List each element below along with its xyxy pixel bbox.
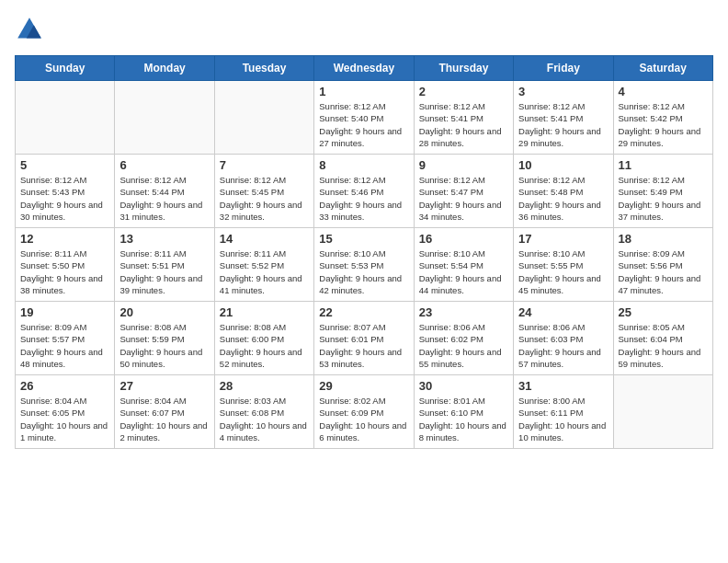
cell-info: Sunrise: 8:09 AM Sunset: 5:56 PM Dayligh… (619, 247, 708, 296)
day-cell-31: 31Sunrise: 8:00 AM Sunset: 6:11 PM Dayli… (514, 375, 613, 449)
cell-info: Sunrise: 8:11 AM Sunset: 5:51 PM Dayligh… (119, 247, 209, 296)
day-cell-6: 6Sunrise: 8:12 AM Sunset: 5:44 PM Daylig… (115, 155, 214, 228)
cell-info: Sunrise: 8:00 AM Sunset: 6:11 PM Dayligh… (518, 395, 608, 443)
cell-info: Sunrise: 8:12 AM Sunset: 5:45 PM Dayligh… (220, 174, 309, 223)
cell-info: Sunrise: 8:08 AM Sunset: 6:00 PM Dayligh… (220, 321, 309, 370)
day-cell-16: 16Sunrise: 8:10 AM Sunset: 5:54 PM Dayli… (414, 228, 513, 302)
day-cell-3: 3Sunrise: 8:12 AM Sunset: 5:41 PM Daylig… (514, 81, 613, 155)
day-number: 19 (20, 305, 109, 319)
day-number: 16 (419, 232, 508, 246)
week-row-1: 1Sunrise: 8:12 AM Sunset: 5:40 PM Daylig… (16, 81, 713, 155)
logo (15, 15, 48, 44)
logo-icon (15, 15, 44, 44)
cell-info: Sunrise: 8:03 AM Sunset: 6:08 PM Dayligh… (220, 395, 309, 443)
day-number: 7 (220, 158, 309, 172)
day-cell-9: 9Sunrise: 8:12 AM Sunset: 5:47 PM Daylig… (414, 155, 513, 228)
week-row-2: 5Sunrise: 8:12 AM Sunset: 5:43 PM Daylig… (16, 155, 713, 228)
day-cell-28: 28Sunrise: 8:03 AM Sunset: 6:08 PM Dayli… (214, 375, 313, 449)
day-header-tuesday: Tuesday (214, 56, 313, 81)
cell-info: Sunrise: 8:07 AM Sunset: 6:01 PM Dayligh… (319, 321, 408, 370)
day-number: 15 (319, 232, 408, 246)
day-cell-25: 25Sunrise: 8:05 AM Sunset: 6:04 PM Dayli… (613, 302, 712, 375)
cell-info: Sunrise: 8:12 AM Sunset: 5:44 PM Dayligh… (119, 174, 209, 223)
cell-info: Sunrise: 8:12 AM Sunset: 5:46 PM Dayligh… (319, 174, 408, 223)
cell-info: Sunrise: 8:04 AM Sunset: 6:07 PM Dayligh… (119, 395, 209, 443)
day-number: 6 (119, 158, 209, 172)
day-cell-10: 10Sunrise: 8:12 AM Sunset: 5:48 PM Dayli… (514, 155, 613, 228)
empty-cell (214, 81, 313, 155)
day-number: 14 (220, 232, 309, 246)
day-number: 22 (319, 305, 408, 319)
cell-info: Sunrise: 8:10 AM Sunset: 5:55 PM Dayligh… (518, 247, 608, 296)
cell-info: Sunrise: 8:12 AM Sunset: 5:42 PM Dayligh… (619, 100, 708, 149)
cell-info: Sunrise: 8:12 AM Sunset: 5:48 PM Dayligh… (518, 174, 608, 223)
day-number: 1 (319, 85, 408, 98)
cell-info: Sunrise: 8:11 AM Sunset: 5:50 PM Dayligh… (20, 247, 109, 296)
day-number: 25 (619, 305, 708, 319)
day-cell-22: 22Sunrise: 8:07 AM Sunset: 6:01 PM Dayli… (314, 302, 414, 375)
day-number: 2 (419, 85, 508, 98)
day-cell-14: 14Sunrise: 8:11 AM Sunset: 5:52 PM Dayli… (214, 228, 313, 302)
cell-info: Sunrise: 8:12 AM Sunset: 5:40 PM Dayligh… (319, 100, 408, 149)
cell-info: Sunrise: 8:08 AM Sunset: 5:59 PM Dayligh… (119, 321, 209, 370)
day-number: 28 (220, 379, 309, 393)
cell-info: Sunrise: 8:01 AM Sunset: 6:10 PM Dayligh… (419, 395, 508, 443)
day-cell-13: 13Sunrise: 8:11 AM Sunset: 5:51 PM Dayli… (115, 228, 214, 302)
week-row-3: 12Sunrise: 8:11 AM Sunset: 5:50 PM Dayli… (16, 228, 713, 302)
day-number: 10 (518, 158, 608, 172)
cell-info: Sunrise: 8:02 AM Sunset: 6:09 PM Dayligh… (319, 395, 408, 443)
day-cell-12: 12Sunrise: 8:11 AM Sunset: 5:50 PM Dayli… (16, 228, 115, 302)
day-cell-11: 11Sunrise: 8:12 AM Sunset: 5:49 PM Dayli… (613, 155, 712, 228)
day-cell-4: 4Sunrise: 8:12 AM Sunset: 5:42 PM Daylig… (613, 81, 712, 155)
day-number: 13 (119, 232, 209, 246)
cell-info: Sunrise: 8:12 AM Sunset: 5:41 PM Dayligh… (419, 100, 508, 149)
day-number: 21 (220, 305, 309, 319)
day-cell-18: 18Sunrise: 8:09 AM Sunset: 5:56 PM Dayli… (613, 228, 712, 302)
day-number: 9 (419, 158, 508, 172)
day-number: 17 (518, 232, 608, 246)
day-cell-24: 24Sunrise: 8:06 AM Sunset: 6:03 PM Dayli… (514, 302, 613, 375)
cell-info: Sunrise: 8:11 AM Sunset: 5:52 PM Dayligh… (220, 247, 309, 296)
day-number: 12 (20, 232, 109, 246)
cell-info: Sunrise: 8:04 AM Sunset: 6:05 PM Dayligh… (20, 395, 109, 443)
day-cell-8: 8Sunrise: 8:12 AM Sunset: 5:46 PM Daylig… (314, 155, 414, 228)
cell-info: Sunrise: 8:12 AM Sunset: 5:43 PM Dayligh… (20, 174, 109, 223)
cell-info: Sunrise: 8:09 AM Sunset: 5:57 PM Dayligh… (20, 321, 109, 370)
day-number: 5 (20, 158, 109, 172)
day-number: 29 (319, 379, 408, 393)
day-number: 4 (619, 85, 708, 98)
day-cell-30: 30Sunrise: 8:01 AM Sunset: 6:10 PM Dayli… (414, 375, 513, 449)
day-header-monday: Monday (115, 56, 214, 81)
day-cell-1: 1Sunrise: 8:12 AM Sunset: 5:40 PM Daylig… (314, 81, 414, 155)
day-cell-23: 23Sunrise: 8:06 AM Sunset: 6:02 PM Dayli… (414, 302, 513, 375)
day-number: 11 (619, 158, 708, 172)
day-cell-5: 5Sunrise: 8:12 AM Sunset: 5:43 PM Daylig… (16, 155, 115, 228)
day-number: 31 (518, 379, 608, 393)
week-row-4: 19Sunrise: 8:09 AM Sunset: 5:57 PM Dayli… (16, 302, 713, 375)
empty-cell (16, 81, 115, 155)
empty-cell (115, 81, 214, 155)
days-header-row: SundayMondayTuesdayWednesdayThursdayFrid… (16, 56, 713, 81)
week-row-5: 26Sunrise: 8:04 AM Sunset: 6:05 PM Dayli… (16, 375, 713, 449)
cell-info: Sunrise: 8:12 AM Sunset: 5:41 PM Dayligh… (518, 100, 608, 149)
day-cell-2: 2Sunrise: 8:12 AM Sunset: 5:41 PM Daylig… (414, 81, 513, 155)
cell-info: Sunrise: 8:10 AM Sunset: 5:54 PM Dayligh… (419, 247, 508, 296)
day-number: 30 (419, 379, 508, 393)
page-header (15, 15, 713, 44)
day-number: 18 (619, 232, 708, 246)
day-number: 3 (518, 85, 608, 98)
day-number: 24 (518, 305, 608, 319)
day-header-sunday: Sunday (16, 56, 115, 81)
day-number: 27 (119, 379, 209, 393)
day-cell-7: 7Sunrise: 8:12 AM Sunset: 5:45 PM Daylig… (214, 155, 313, 228)
day-header-thursday: Thursday (414, 56, 513, 81)
cell-info: Sunrise: 8:12 AM Sunset: 5:49 PM Dayligh… (619, 174, 708, 223)
day-cell-27: 27Sunrise: 8:04 AM Sunset: 6:07 PM Dayli… (115, 375, 214, 449)
day-cell-29: 29Sunrise: 8:02 AM Sunset: 6:09 PM Dayli… (314, 375, 414, 449)
day-cell-19: 19Sunrise: 8:09 AM Sunset: 5:57 PM Dayli… (16, 302, 115, 375)
empty-cell (613, 375, 712, 449)
cell-info: Sunrise: 8:06 AM Sunset: 6:02 PM Dayligh… (419, 321, 508, 370)
day-number: 26 (20, 379, 109, 393)
day-cell-21: 21Sunrise: 8:08 AM Sunset: 6:00 PM Dayli… (214, 302, 313, 375)
calendar-table: SundayMondayTuesdayWednesdayThursdayFrid… (15, 55, 713, 449)
